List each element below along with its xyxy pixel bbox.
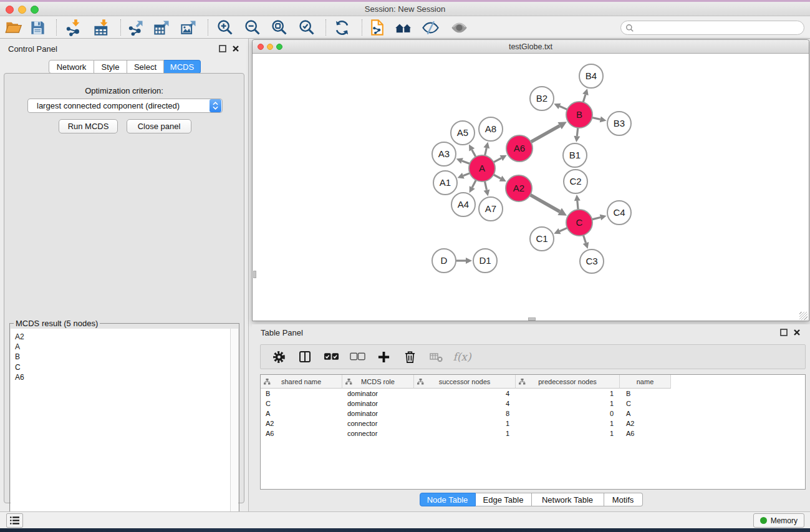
column-header[interactable]: MCDS role	[342, 375, 414, 389]
cell-mcds-role[interactable]: dominator	[342, 389, 414, 399]
list-item[interactable]: A6	[15, 372, 238, 382]
memory-button[interactable]: Memory	[753, 513, 804, 528]
function-builder-button[interactable]: f(x)	[454, 349, 470, 364]
graph-edge[interactable]	[462, 161, 470, 164]
list-item[interactable]: B	[15, 352, 238, 362]
column-header[interactable]: successor nodes	[414, 375, 516, 389]
graph-edge[interactable]	[583, 235, 586, 243]
graph-edge[interactable]	[592, 117, 600, 119]
export-network-button[interactable]	[127, 18, 145, 37]
tab-motifs[interactable]: Motifs	[604, 493, 643, 506]
cell-predecessor-nodes[interactable]: 1	[516, 428, 620, 438]
show-graphics-button[interactable]	[450, 18, 468, 37]
zoom-in-button[interactable]	[216, 18, 234, 37]
cell-predecessor-nodes[interactable]: 1	[516, 389, 620, 399]
cell-successor-nodes[interactable]: 8	[414, 409, 516, 418]
list-scrollbar[interactable]	[230, 329, 238, 528]
cell-name[interactable]: A	[620, 409, 671, 418]
graph-edge[interactable]	[472, 180, 476, 188]
list-item[interactable]: A	[15, 342, 238, 352]
table-row[interactable]: A2 connector 1 1 A2	[261, 418, 805, 428]
close-panel-icon[interactable]	[793, 329, 801, 336]
graph-edge[interactable]	[485, 181, 486, 190]
graph-edge[interactable]	[559, 228, 567, 231]
table-row[interactable]: A6 connector 1 1 A6	[261, 428, 805, 438]
ndex-homes-button[interactable]	[394, 18, 413, 37]
save-session-button[interactable]	[28, 18, 47, 37]
table-row[interactable]: C dominator 4 1 C	[261, 399, 805, 409]
cell-mcds-role[interactable]: dominator	[342, 409, 414, 418]
tab-node-table[interactable]: Node Table	[420, 493, 476, 506]
graph-edge[interactable]	[463, 173, 470, 176]
cell-shared-name[interactable]: A	[261, 409, 342, 418]
column-header[interactable]: predecessor nodes	[516, 375, 620, 389]
tab-select[interactable]: Select	[127, 60, 164, 74]
run-mcds-button[interactable]: Run MCDS	[59, 119, 118, 133]
import-network-button[interactable]	[64, 18, 83, 37]
cell-name[interactable]: C	[620, 399, 671, 409]
hide-graphics-button[interactable]	[421, 18, 440, 37]
graph-edge[interactable]	[494, 158, 501, 163]
table-row[interactable]: A dominator 8 0 A	[261, 409, 805, 418]
resize-grip[interactable]	[799, 312, 808, 320]
cell-shared-name[interactable]: A6	[261, 428, 342, 438]
network-canvas[interactable]: B4B2BB3A8A5A6A3B1AC2A1A2A4A7C4CC1DD1C3	[253, 54, 808, 321]
delete-table-button[interactable]	[428, 349, 444, 364]
cell-predecessor-nodes[interactable]: 1	[516, 399, 620, 409]
tab-network[interactable]: Network	[49, 60, 94, 74]
list-item[interactable]: C	[15, 362, 238, 372]
graph-edge[interactable]	[472, 150, 476, 157]
column-header[interactable]: shared name	[261, 375, 342, 389]
network-from-file-button[interactable]	[368, 18, 387, 37]
tab-network-table[interactable]: Network Table	[532, 493, 604, 506]
select-all-rows-button[interactable]	[323, 349, 339, 364]
close-panel-button[interactable]: Close panel	[127, 119, 191, 133]
search-input[interactable]	[637, 24, 804, 32]
table-row[interactable]: B dominator 4 1 B	[261, 389, 805, 399]
graph-edge[interactable]	[559, 106, 567, 109]
cell-shared-name[interactable]: A2	[261, 418, 342, 428]
import-table-button[interactable]	[92, 18, 111, 37]
refresh-layout-button[interactable]	[332, 18, 351, 37]
cell-successor-nodes[interactable]: 1	[414, 418, 516, 428]
export-table-button[interactable]	[153, 18, 171, 37]
graph-edge[interactable]	[531, 126, 559, 142]
cell-predecessor-nodes[interactable]: 1	[516, 418, 620, 428]
zoom-out-button[interactable]	[243, 18, 262, 37]
cell-mcds-role[interactable]: dominator	[342, 399, 414, 409]
column-header[interactable]: name	[620, 375, 671, 389]
graph-edge[interactable]	[577, 128, 577, 136]
cell-name[interactable]: A2	[620, 418, 671, 428]
deselect-all-rows-button[interactable]	[349, 349, 365, 364]
list-item[interactable]: A2	[15, 332, 238, 342]
close-panel-icon[interactable]	[232, 45, 239, 52]
cell-successor-nodes[interactable]: 4	[414, 399, 516, 409]
zoom-selected-button[interactable]	[297, 18, 316, 37]
graph-edge[interactable]	[493, 175, 501, 178]
tab-edge-table[interactable]: Edge Table	[476, 493, 532, 506]
zoom-fit-button[interactable]	[270, 18, 289, 37]
cell-successor-nodes[interactable]: 1	[414, 428, 516, 438]
add-column-button[interactable]	[375, 349, 392, 364]
cell-shared-name[interactable]: C	[261, 399, 342, 409]
criterion-dropdown[interactable]: largest connected component (directed)	[27, 99, 223, 113]
task-history-button[interactable]	[6, 513, 23, 528]
cell-name[interactable]: B	[620, 389, 671, 399]
graph-edge[interactable]	[577, 201, 578, 210]
tab-style[interactable]: Style	[94, 60, 127, 74]
cell-mcds-role[interactable]: connector	[342, 418, 414, 428]
float-panel-icon[interactable]	[780, 329, 788, 336]
cell-predecessor-nodes[interactable]: 0	[516, 409, 620, 418]
tab-mcds[interactable]: MCDS	[164, 60, 201, 74]
show-columns-button[interactable]	[297, 349, 313, 364]
graph-edge[interactable]	[530, 195, 559, 211]
table-settings-button[interactable]	[271, 349, 287, 364]
graph-edge[interactable]	[485, 148, 487, 155]
open-session-button[interactable]	[4, 18, 23, 37]
graph-edge[interactable]	[583, 95, 586, 102]
horizontal-scrollbar-thumb[interactable]	[528, 317, 536, 321]
graph-edge[interactable]	[592, 218, 600, 220]
cell-shared-name[interactable]: B	[261, 389, 342, 399]
export-image-button[interactable]	[180, 18, 198, 37]
mcds-result-list[interactable]: A2 A B C A6	[11, 329, 238, 528]
